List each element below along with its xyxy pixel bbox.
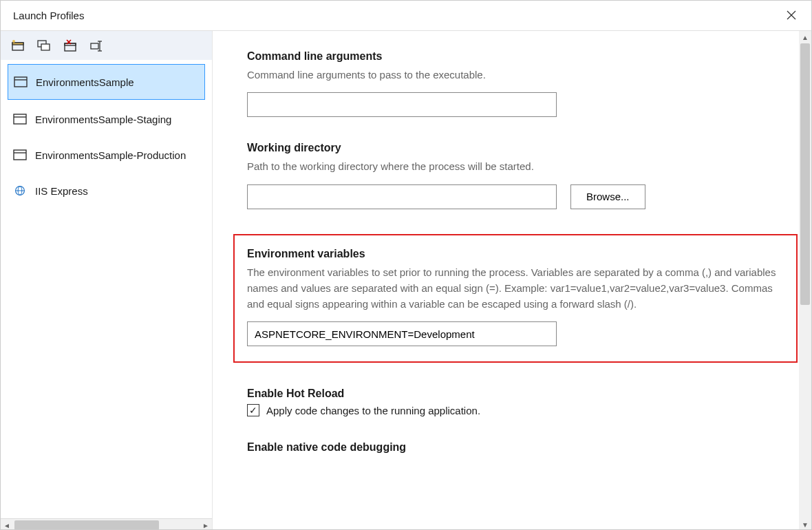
cmdline-input[interactable] xyxy=(247,92,557,117)
globe-icon xyxy=(13,185,27,196)
profile-label: EnvironmentsSample xyxy=(36,76,134,88)
profile-list: EnvironmentsSample EnvironmentsSample-St… xyxy=(1,60,212,518)
main-panel: Command line arguments Command line argu… xyxy=(213,31,811,530)
sidebar: EnvironmentsSample EnvironmentsSample-St… xyxy=(1,31,213,530)
new-profile-icon xyxy=(11,39,25,52)
scroll-thumb[interactable] xyxy=(800,43,810,305)
section-title: Enable native code debugging xyxy=(247,441,777,454)
section-title: Command line arguments xyxy=(247,50,777,63)
workdir-section: Working directory Path to the working di… xyxy=(247,142,777,209)
profile-label: EnvironmentsSample-Production xyxy=(35,149,186,161)
checkmark-icon: ✓ xyxy=(249,405,257,416)
profile-item[interactable]: IIS Express xyxy=(1,173,212,209)
window-title: Launch Profiles xyxy=(13,10,84,21)
sidebar-toolbar xyxy=(1,31,212,60)
svg-rect-15 xyxy=(14,77,27,87)
profile-item[interactable]: EnvironmentsSample-Production xyxy=(1,137,212,173)
svg-rect-6 xyxy=(41,44,50,50)
svg-rect-3 xyxy=(12,43,23,45)
section-desc: Path to the working directory where the … xyxy=(247,158,777,174)
nativedebug-section: Enable native code debugging xyxy=(247,441,777,454)
scroll-down-arrow-icon[interactable]: ▼ xyxy=(799,518,811,530)
browse-button[interactable]: Browse... xyxy=(570,184,645,209)
envvars-section: Environment variables The environment va… xyxy=(233,234,798,363)
svg-rect-11 xyxy=(91,43,98,49)
envvars-input[interactable] xyxy=(247,321,557,346)
scroll-up-arrow-icon[interactable]: ▲ xyxy=(799,31,811,43)
profile-label: IIS Express xyxy=(35,185,88,197)
scroll-left-arrow-icon[interactable]: ◄ xyxy=(1,519,13,530)
close-icon xyxy=(787,10,796,20)
close-button[interactable] xyxy=(781,7,802,25)
profile-item[interactable]: EnvironmentsSample-Staging xyxy=(1,101,212,137)
hotreload-section: Enable Hot Reload ✓ Apply code changes t… xyxy=(247,388,777,416)
rename-profile-button[interactable] xyxy=(87,36,105,54)
cmdline-section: Command line arguments Command line argu… xyxy=(247,50,777,117)
duplicate-profile-button[interactable] xyxy=(35,36,53,54)
delete-profile-icon xyxy=(63,39,77,52)
section-desc: Command line arguments to pass to the ex… xyxy=(247,67,777,83)
duplicate-profile-icon xyxy=(37,39,51,52)
section-title: Enable Hot Reload xyxy=(247,388,777,400)
scroll-right-arrow-icon[interactable]: ► xyxy=(200,519,212,530)
window-icon xyxy=(13,114,27,125)
section-desc: The environment variables to set prior t… xyxy=(247,264,784,312)
window-icon xyxy=(13,149,27,160)
titlebar: Launch Profiles xyxy=(1,1,811,31)
rename-profile-icon xyxy=(89,39,103,52)
checkbox-label: Apply code changes to the running applic… xyxy=(266,405,480,416)
main-vertical-scrollbar[interactable]: ▲ ▼ xyxy=(799,31,811,530)
svg-rect-7 xyxy=(65,43,76,51)
svg-rect-19 xyxy=(14,150,26,160)
section-title: Working directory xyxy=(247,142,777,154)
window-icon xyxy=(14,76,28,87)
scroll-thumb[interactable] xyxy=(14,520,159,530)
svg-point-4 xyxy=(12,40,15,43)
profile-label: EnvironmentsSample-Staging xyxy=(35,114,171,125)
new-profile-button[interactable] xyxy=(9,36,27,54)
section-title: Environment variables xyxy=(247,248,784,260)
profile-item[interactable]: EnvironmentsSample xyxy=(8,64,205,100)
sidebar-horizontal-scrollbar[interactable]: ◄ ► xyxy=(1,518,212,530)
hotreload-checkbox[interactable]: ✓ xyxy=(247,404,259,416)
workdir-input[interactable] xyxy=(247,184,557,209)
svg-rect-17 xyxy=(14,114,26,124)
delete-profile-button[interactable] xyxy=(61,36,79,54)
